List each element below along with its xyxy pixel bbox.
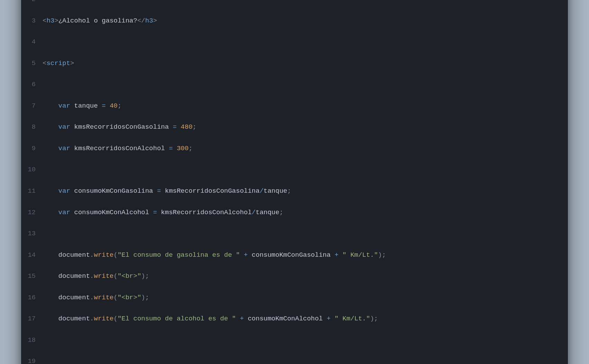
code-line: 6 (25, 79, 562, 90)
code-editor[interactable]: 1<meta charset="UTF-8"> 2 3<h3>¿Alcohol … (21, 0, 568, 364)
line-number: 18 (25, 335, 43, 346)
line-number: 17 (25, 313, 43, 324)
identifier: document (58, 315, 90, 322)
keyword-var: var (58, 209, 70, 216)
identifier: tanque (264, 187, 287, 195)
string-literal: "<br>" (118, 294, 141, 301)
line-number: 19 (25, 356, 43, 364)
code-line: 4 (25, 37, 562, 47)
line-number: 12 (25, 207, 43, 218)
code-line: 5<script> (25, 58, 562, 69)
identifier: consumoKmConGasolina (252, 251, 330, 259)
line-number: 10 (25, 164, 43, 175)
identifier: kmsRecorridosConAlcohol (161, 209, 252, 216)
line-number: 2 (25, 0, 43, 5)
identifier: tanque (256, 209, 279, 216)
code-line: 15 document.write("<br>"); (25, 271, 562, 282)
identifier: consumoKmConAlcohol (74, 209, 149, 216)
identifier: tanque (74, 102, 98, 110)
line-number: 8 (25, 122, 43, 133)
line-number: 5 (25, 58, 43, 69)
code-line: 3<h3>¿Alcohol o gasolina?</h3> (25, 16, 562, 26)
line-number: 4 (25, 37, 43, 47)
line-number: 6 (25, 79, 43, 90)
identifier: document (58, 272, 90, 280)
string-literal: "El consumo de gasolina es de " (118, 251, 240, 259)
line-number: 3 (25, 16, 43, 26)
string-literal: "<br>" (118, 272, 141, 280)
number-literal: 480 (181, 123, 192, 131)
keyword-var: var (58, 102, 70, 110)
line-number: 11 (25, 186, 43, 197)
identifier: kmsRecorridosConAlcohol (74, 145, 165, 152)
code-line: 19 (25, 356, 562, 364)
function-call: write (94, 294, 114, 301)
string-literal: "El consumo de alcohol es de " (118, 315, 236, 322)
identifier: document (58, 251, 90, 259)
keyword-var: var (58, 123, 70, 131)
string-literal: " Km/Lt." (335, 315, 370, 322)
code-line: 14 document.write("El consumo de gasolin… (25, 250, 562, 261)
line-number: 15 (25, 271, 43, 282)
keyword-var: var (58, 187, 70, 195)
code-line: 18 (25, 335, 562, 346)
function-call: write (94, 315, 114, 322)
code-line: 11 var consumoKmConGasolina = kmsRecorri… (25, 186, 562, 197)
line-number: 14 (25, 250, 43, 261)
keyword-var: var (58, 145, 70, 152)
code-line: 16 document.write("<br>"); (25, 292, 562, 303)
identifier: document (58, 294, 90, 301)
tag-name: h3 (46, 17, 54, 25)
line-number: 9 (25, 143, 43, 154)
code-line: 9 var kmsRecorridosConAlcohol = 300; (25, 143, 562, 154)
function-call: write (94, 251, 114, 259)
code-line: 2 (25, 0, 562, 5)
line-number: 13 (25, 228, 43, 239)
code-window: 1<meta charset="UTF-8"> 2 3<h3>¿Alcohol … (21, 0, 568, 364)
code-line: 17 document.write("El consumo de alcohol… (25, 313, 562, 324)
heading-text: ¿Alcohol o gasolina? (58, 17, 137, 25)
code-line: 7 var tanque = 40; (25, 101, 562, 111)
identifier: kmsRecorridosConGasolina (165, 187, 260, 195)
identifier: kmsRecorridosConGasolina (74, 123, 169, 131)
line-number: 7 (25, 101, 43, 111)
number-literal: 40 (110, 102, 118, 110)
code-line: 13 (25, 228, 562, 239)
code-line: 10 (25, 164, 562, 175)
code-line: 8 var kmsRecorridosConGasolina = 480; (25, 122, 562, 133)
tag-name: script (46, 60, 70, 67)
identifier: consumoKmConAlcohol (248, 315, 323, 322)
function-call: write (94, 272, 114, 280)
number-literal: 300 (177, 145, 189, 152)
string-literal: " Km/Lt." (343, 251, 378, 259)
line-number: 16 (25, 292, 43, 303)
code-line: 12 var consumoKmConAlcohol = kmsRecorrid… (25, 207, 562, 218)
identifier: consumoKmConGasolina (74, 187, 153, 195)
